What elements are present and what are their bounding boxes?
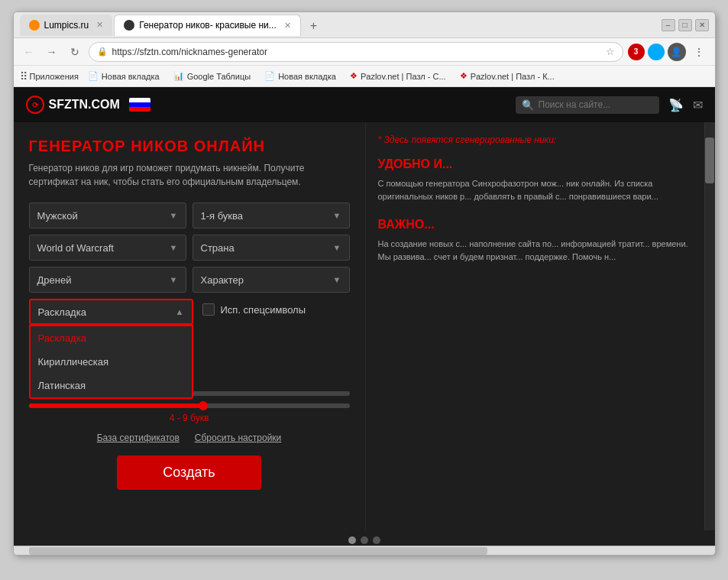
layout-dropdown-trigger[interactable]: Раскладка ▲ xyxy=(29,299,193,325)
lock-icon: 🔒 xyxy=(97,47,108,57)
generator-description: Генератор ников для игр поможет придумат… xyxy=(29,161,350,189)
dropdowns-row-3: Дреней ▼ Характер ▼ xyxy=(29,267,350,293)
back-button[interactable]: ← xyxy=(20,43,38,61)
pagination-dot-2[interactable] xyxy=(361,536,368,544)
pagination-dot-1[interactable] xyxy=(348,536,356,544)
links-row: База сертификатов Сбросить настройки xyxy=(29,433,350,443)
tab-close-generator[interactable]: ✕ xyxy=(284,21,291,31)
layout-dropdown-container: Раскладка ▲ Раскладка Кириллическая xyxy=(29,299,193,325)
layout-option-0[interactable]: Раскладка xyxy=(31,326,192,350)
apps-bookmark[interactable]: ⠿ Приложения xyxy=(20,70,79,83)
country-label: Страна xyxy=(201,242,235,254)
site-search[interactable]: 🔍 xyxy=(516,96,659,114)
scrollbar-thumb[interactable] xyxy=(705,138,714,183)
right-section1-title: УДОБНО И... xyxy=(378,157,692,171)
create-button[interactable]: Создать xyxy=(117,455,260,490)
layout-option-2[interactable]: Латинская xyxy=(31,374,192,397)
rss-icon[interactable]: 📡 xyxy=(668,98,684,112)
race-dropdown[interactable]: Дреней ▼ xyxy=(29,267,186,293)
flag-russia xyxy=(129,98,150,112)
slider-range-label: 4 - 9 букв xyxy=(29,413,350,423)
special-chars-checkbox[interactable] xyxy=(202,303,215,316)
bookmark-icon-2: 📄 xyxy=(264,71,275,81)
dropdowns-row-2: World of Warcraft ▼ Страна ▼ xyxy=(29,235,350,261)
bookmark-new-tab-2[interactable]: 📄 Новая вкладка xyxy=(260,70,341,83)
pagination-dot-3[interactable] xyxy=(373,536,380,544)
mail-icon[interactable]: ✉ xyxy=(693,98,703,112)
extension-button-red[interactable]: 3 xyxy=(628,44,645,60)
character-dropdown[interactable]: Характер ▼ xyxy=(193,267,350,293)
page-body: ГЕНЕРАТОР НИКОВ ОНЛАЙН Генератор ников д… xyxy=(14,122,715,530)
slider2-thumb[interactable] xyxy=(199,401,208,410)
horizontal-scrollbar-thumb[interactable] xyxy=(29,547,487,555)
slider-range-unit: букв xyxy=(190,413,209,423)
character-arrow-icon: ▼ xyxy=(333,275,341,284)
slider-range-value: 4 - 9 xyxy=(170,413,188,423)
layout-label: Раскладка xyxy=(38,306,86,318)
game-label: World of Warcraft xyxy=(37,242,114,254)
tab-strip: Lumpics.ru ✕ Генератор ников- красивые н… xyxy=(20,15,655,36)
bookmark-pazlov-1[interactable]: ❖ Pazlov.net | Пазл - С... xyxy=(345,70,451,83)
dropdowns-row-1: Мужской ▼ 1-я буква ▼ xyxy=(29,203,350,228)
search-icon: 🔍 xyxy=(522,99,534,111)
menu-button[interactable]: ⋮ xyxy=(689,42,709,62)
first-letter-label: 1-я буква xyxy=(201,210,244,222)
first-letter-arrow-icon: ▼ xyxy=(333,211,341,220)
reset-link[interactable]: Сбросить настройки xyxy=(195,433,281,443)
star-icon[interactable]: ☆ xyxy=(606,46,615,57)
apps-icon: ⠿ xyxy=(20,70,28,83)
site-content: ⟳ SFZTN.COM 🔍 📡 ✉ ГЕНЕРАТОР НИКОВ ОНЛАЙН… xyxy=(14,87,715,546)
tab-close-lumpics[interactable]: ✕ xyxy=(96,20,103,30)
layout-dropdown-menu: Раскладка Кириллическая Латинская xyxy=(29,325,193,399)
bookmarks-bar: ⠿ Приложения 📄 Новая вкладка 📊 Google Та… xyxy=(14,66,715,87)
game-dropdown[interactable]: World of Warcraft ▼ xyxy=(29,235,186,261)
apps-label: Приложения xyxy=(30,72,79,81)
address-text: https://sfztn.com/nicknames-generator xyxy=(112,47,601,57)
maximize-button[interactable]: □ xyxy=(678,19,692,31)
gender-dropdown[interactable]: Мужской ▼ xyxy=(29,203,186,228)
slider2-row xyxy=(29,403,350,408)
bookmark-new-tab-1[interactable]: 📄 Новая вкладка xyxy=(83,70,164,83)
search-input[interactable] xyxy=(539,99,653,110)
profile-button[interactable]: 👤 xyxy=(668,43,686,61)
site-header: ⟳ SFZTN.COM 🔍 📡 ✉ xyxy=(14,87,715,122)
tab-lumpics[interactable]: Lumpics.ru ✕ xyxy=(20,15,113,36)
toolbar: ← → ↻ 🔒 https://sfztn.com/nicknames-gene… xyxy=(14,38,715,66)
pazlov-icon-1: ❖ xyxy=(350,71,358,81)
close-button[interactable]: ✕ xyxy=(695,19,709,31)
site-wrapper: ⟳ SFZTN.COM 🔍 📡 ✉ ГЕНЕРАТОР НИКОВ ОНЛАЙН… xyxy=(14,87,715,546)
sheets-icon: 📊 xyxy=(173,71,184,81)
layout-arrow-icon: ▲ xyxy=(176,307,184,316)
vertical-scrollbar[interactable] xyxy=(704,122,715,530)
gender-arrow-icon: ▼ xyxy=(170,211,178,220)
right-panel: * Здесь появятся сгенерированные ники: У… xyxy=(365,122,704,530)
tab-label-generator: Генератор ников- красивые ни... xyxy=(139,20,277,31)
minimize-button[interactable]: – xyxy=(662,19,675,31)
forward-button[interactable]: → xyxy=(43,43,61,61)
country-dropdown[interactable]: Страна ▼ xyxy=(193,235,350,261)
bookmark-pazlov-2[interactable]: ❖ Pazlov.net | Пазл - К... xyxy=(455,70,559,83)
address-bar[interactable]: 🔒 https://sfztn.com/nicknames-generator … xyxy=(89,42,623,62)
special-chars-row: Исп. спецсимволы xyxy=(199,303,306,316)
layout-option-1[interactable]: Кириллическая xyxy=(31,350,192,374)
right-section2-title: ВАЖНО... xyxy=(378,218,692,232)
window-controls: – □ ✕ xyxy=(662,19,709,31)
new-tab-button[interactable]: + xyxy=(303,16,325,36)
race-arrow-icon: ▼ xyxy=(170,275,178,284)
bookmark-sheets[interactable]: 📊 Google Таблицы xyxy=(169,70,255,83)
slider2-track[interactable] xyxy=(29,403,350,408)
special-chars-label: Исп. спецсимволы xyxy=(221,304,306,316)
pazlov-icon-2: ❖ xyxy=(460,71,468,81)
certificate-link[interactable]: База сертификатов xyxy=(97,433,180,443)
right-hint: * Здесь появятся сгенерированные ники: xyxy=(378,134,692,145)
site-logo-text: SFZTN.COM xyxy=(49,98,120,112)
reload-button[interactable]: ↻ xyxy=(66,43,84,61)
game-arrow-icon: ▼ xyxy=(170,243,178,252)
first-letter-dropdown[interactable]: 1-я буква ▼ xyxy=(193,203,350,228)
extension-button-blue[interactable]: 🌐 xyxy=(648,44,665,60)
pagination-dots xyxy=(14,530,715,546)
horizontal-scrollbar[interactable] xyxy=(14,546,715,555)
tab-generator[interactable]: Генератор ников- красивые ни... ✕ xyxy=(114,15,301,36)
right-section1-text: С помощью генератора Синхрофазотрон мож.… xyxy=(378,177,692,203)
gender-label: Мужской xyxy=(37,210,78,222)
